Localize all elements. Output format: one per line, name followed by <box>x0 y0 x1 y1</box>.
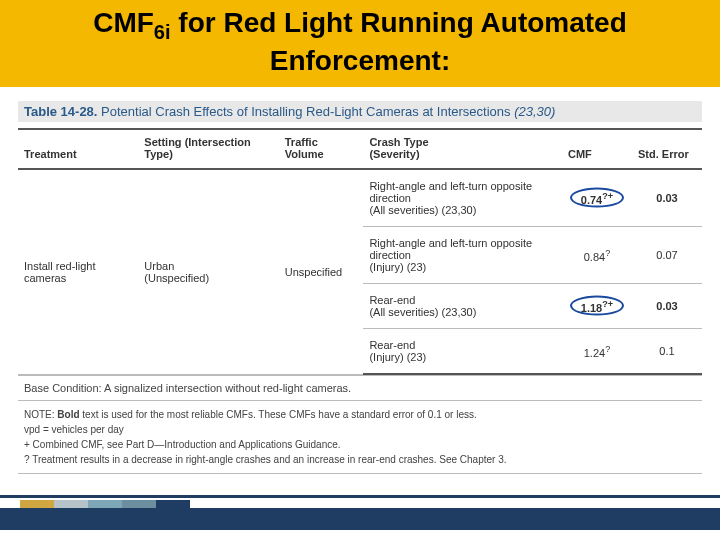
cell-cmf: 1.24? <box>562 329 632 375</box>
table-caption: Table 14-28. Potential Crash Effects of … <box>18 101 702 122</box>
col-volume: Traffic Volume <box>279 129 364 169</box>
cell-setting: Urban (Unspecified) <box>138 169 278 374</box>
cell-crashtype: Rear-end (All severities) (23,30) <box>363 284 562 329</box>
cell-err: 0.07 <box>632 227 702 284</box>
cell-cmf: 0.84? <box>562 227 632 284</box>
table-caption-text: Potential Crash Effects of Installing Re… <box>97 104 514 119</box>
slide: CMF6i for Red Light Running Automated En… <box>0 0 720 540</box>
note-line-3: + Combined CMF, see Part D—Introduction … <box>24 439 341 450</box>
cmf-value: 0.74 <box>581 194 602 206</box>
cell-err: 0.1 <box>632 329 702 375</box>
note-lead: NOTE: <box>24 409 57 420</box>
content-area: Table 14-28. Potential Crash Effects of … <box>0 89 720 474</box>
cell-cmf: 0.74?+ <box>562 169 632 227</box>
table-row: Install red-light cameras Urban (Unspeci… <box>18 169 702 227</box>
title-rest: for Red Light Running Automated Enforcem… <box>171 7 627 76</box>
cmf-marks: ?+ <box>602 299 613 309</box>
cmf-value: 0.84 <box>584 251 605 263</box>
cmf-marks: ?+ <box>602 191 613 201</box>
note-bold-word: Bold <box>57 409 79 420</box>
col-cmf: CMF <box>562 129 632 169</box>
note-line-2: vpd = vehicles per day <box>24 424 124 435</box>
table-number: Table 14-28. <box>24 104 97 119</box>
cmf-marks: ? <box>605 344 610 354</box>
base-condition: Base Condition: A signalized intersectio… <box>18 375 702 401</box>
cell-volume: Unspecified <box>279 169 364 374</box>
cell-crashtype: Right-angle and left-turn opposite direc… <box>363 227 562 284</box>
cmf-value: 1.18 <box>581 302 602 314</box>
col-crashtype: Crash Type (Severity) <box>363 129 562 169</box>
cmf-marks: ? <box>605 248 610 258</box>
title-subscript: 6i <box>154 21 171 43</box>
cmf-table: Treatment Setting (Intersection Type) Tr… <box>18 128 702 375</box>
cell-err: 0.03 <box>632 169 702 227</box>
footer-decoration <box>0 492 720 540</box>
col-setting: Setting (Intersection Type) <box>138 129 278 169</box>
cell-crashtype: Rear-end (Injury) (23) <box>363 329 562 375</box>
cmf-value: 1.24 <box>584 347 605 359</box>
footer-band <box>0 508 720 530</box>
table-header-row: Treatment Setting (Intersection Type) Tr… <box>18 129 702 169</box>
footer-rule <box>0 495 720 498</box>
col-stderr: Std. Error <box>632 129 702 169</box>
note-line-1: text is used for the most reliable CMFs.… <box>80 409 477 420</box>
title-prefix: CMF <box>93 7 154 38</box>
cell-treatment: Install red-light cameras <box>18 169 138 374</box>
cell-cmf: 1.18?+ <box>562 284 632 329</box>
cell-crashtype: Right-angle and left-turn opposite direc… <box>363 169 562 227</box>
cell-err: 0.03 <box>632 284 702 329</box>
title-band: CMF6i for Red Light Running Automated En… <box>0 0 720 89</box>
note-line-4: ? Treatment results in a decrease in rig… <box>24 454 507 465</box>
table-notes: NOTE: Bold text is used for the most rel… <box>18 401 702 474</box>
col-treatment: Treatment <box>18 129 138 169</box>
slide-title: CMF6i for Red Light Running Automated En… <box>10 6 710 77</box>
table-caption-refs: (23,30) <box>514 104 555 119</box>
